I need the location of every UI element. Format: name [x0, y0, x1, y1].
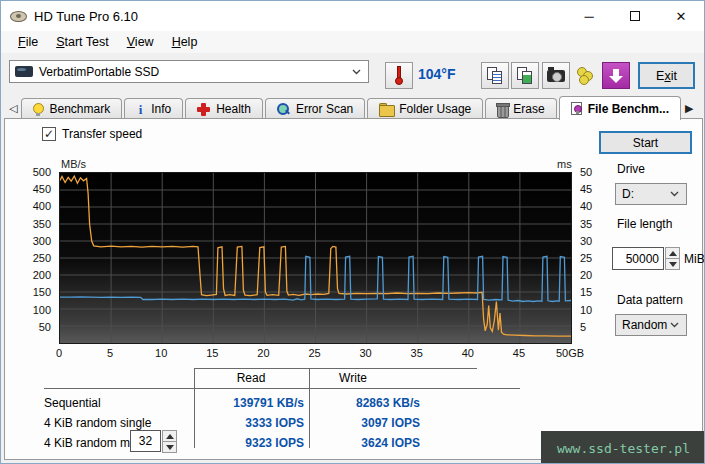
- chevron-down-icon: [670, 191, 679, 197]
- camera-icon: [547, 70, 565, 82]
- random-single-write-value: 3097 IOPS: [271, 416, 420, 430]
- drive-select[interactable]: D:: [615, 183, 687, 205]
- row-label-sequential: Sequential: [44, 396, 101, 410]
- down-arrow-icon: [609, 69, 623, 83]
- table-top-line: [194, 368, 477, 369]
- minimize-icon: ─: [584, 9, 593, 24]
- axis-tick-label: 45: [580, 183, 592, 195]
- close-button[interactable]: ✕: [658, 1, 704, 31]
- random-multi-write-value: 3624 IOPS: [271, 436, 420, 450]
- window-title: HD Tune Pro 6.10: [34, 9, 138, 24]
- info-icon: i: [136, 103, 145, 116]
- axis-tick-label: 20: [257, 347, 269, 359]
- menu-file[interactable]: File: [9, 32, 47, 52]
- sequential-write-value: 82863 KB/s: [271, 396, 420, 410]
- menu-start-test[interactable]: Start Test: [47, 32, 118, 52]
- axis-tick-label: 25: [308, 347, 320, 359]
- file-length-input[interactable]: 50000: [612, 247, 664, 270]
- file-length-down-button[interactable]: [665, 258, 680, 270]
- donate-button[interactable]: [573, 62, 601, 89]
- menu-bar: File Start Test View Help: [1, 31, 704, 53]
- coins-icon: [577, 67, 597, 85]
- tab-benchmark[interactable]: Benchmark: [21, 98, 122, 119]
- axis-tick-label: 300: [33, 235, 51, 247]
- up-arrow-icon: [669, 251, 677, 256]
- minimize-button[interactable]: ─: [566, 1, 612, 31]
- file-benchmark-page: ✓ Transfer speed Start MB/s ms 500450400…: [4, 118, 703, 460]
- hd-tune-window: HD Tune Pro 6.10 ─ ✕ File Start Test Vie…: [0, 0, 705, 464]
- write-column-header: Write: [339, 371, 367, 385]
- close-icon: ✕: [676, 9, 687, 24]
- table-header-line: [44, 388, 520, 389]
- device-select-value: VerbatimPortable SSD: [39, 65, 159, 79]
- chevron-down-icon: [670, 322, 679, 328]
- copy-text-icon: [487, 67, 503, 85]
- copy-image-button[interactable]: [511, 62, 539, 89]
- temperature-value: 104°F: [418, 66, 456, 82]
- x-axis-labels: 05101520253035404550GB: [59, 347, 599, 361]
- tab-health[interactable]: Health: [185, 98, 263, 119]
- file-length-label: File length: [617, 217, 672, 231]
- menu-help[interactable]: Help: [163, 32, 207, 52]
- save-results-button[interactable]: [602, 62, 630, 89]
- axis-tick-label: 450: [33, 183, 51, 195]
- trash-icon: [497, 103, 507, 116]
- transfer-speed-chart: [59, 172, 572, 344]
- axis-tick-label: 35: [411, 347, 423, 359]
- axis-tick-label: 100: [33, 304, 51, 316]
- data-pattern-label: Data pattern: [617, 293, 683, 307]
- watermark-badge: www.ssd-tester.pl: [541, 431, 705, 464]
- transfer-speed-label: Transfer speed: [62, 127, 142, 141]
- axis-tick-label: 5: [107, 347, 113, 359]
- exit-button[interactable]: Exit: [638, 62, 695, 89]
- axis-tick-label: 400: [33, 200, 51, 212]
- chevron-down-icon: [352, 69, 361, 75]
- axis-tick-label: 15: [580, 286, 592, 298]
- axis-tick-label: 20: [580, 269, 592, 281]
- axis-tick-label: 40: [580, 200, 592, 212]
- tab-folder-usage[interactable]: Folder Usage: [367, 98, 483, 119]
- axis-tick-label: 30: [359, 347, 371, 359]
- axis-tick-label: 45: [513, 347, 525, 359]
- tab-scroll-right-icon[interactable]: ▶: [683, 102, 697, 119]
- tab-bar: ◁ Benchmark i Info Health Error Scan Fol…: [1, 95, 704, 119]
- title-bar: HD Tune Pro 6.10 ─ ✕: [1, 1, 704, 31]
- tab-erase[interactable]: Erase: [485, 98, 556, 119]
- axis-tick-label: 200: [33, 269, 51, 281]
- start-button[interactable]: Start: [599, 131, 692, 154]
- transfer-speed-checkbox[interactable]: ✓: [42, 127, 56, 141]
- folder-icon: [379, 105, 393, 116]
- axis-tick-label: 25: [580, 252, 592, 264]
- file-length-unit: MiB: [684, 252, 705, 266]
- read-column-header: Read: [237, 371, 266, 385]
- magnifier-icon: [277, 103, 290, 116]
- copy-text-button[interactable]: [481, 62, 509, 89]
- axis-tick-label: 10: [155, 347, 167, 359]
- y-axis-right-title: ms: [557, 158, 572, 170]
- axis-tick-label: 40: [462, 347, 474, 359]
- health-cross-icon: [197, 103, 210, 116]
- tab-error-scan[interactable]: Error Scan: [265, 98, 365, 119]
- y-axis-left-title: MB/s: [61, 158, 86, 170]
- file-benchmark-icon: [571, 102, 582, 115]
- tab-info[interactable]: i Info: [124, 98, 183, 119]
- axis-tick-label: 10: [580, 304, 592, 316]
- axis-tick-label: 30: [580, 235, 592, 247]
- y-axis-right-labels: 5045403530252015105: [578, 172, 602, 344]
- temperature-button[interactable]: [385, 62, 413, 89]
- chart-canvas: [60, 173, 571, 343]
- axis-tick-label: 250: [33, 252, 51, 264]
- tab-scroll-left-icon[interactable]: ◁: [7, 102, 21, 119]
- copy-image-icon: [517, 67, 533, 85]
- menu-view[interactable]: View: [118, 32, 163, 52]
- screenshot-button[interactable]: [542, 62, 570, 89]
- data-pattern-select[interactable]: Random: [615, 314, 687, 336]
- maximize-icon: [630, 11, 640, 21]
- tab-file-benchmark[interactable]: File Benchm...: [559, 96, 681, 120]
- maximize-button[interactable]: [612, 1, 658, 31]
- axis-tick-label: 500: [33, 166, 51, 178]
- device-select[interactable]: VerbatimPortable SSD: [9, 60, 369, 83]
- toolbar: VerbatimPortable SSD 104°F Exit: [1, 53, 704, 95]
- lightbulb-icon: [33, 103, 43, 116]
- down-arrow-icon: [669, 262, 677, 267]
